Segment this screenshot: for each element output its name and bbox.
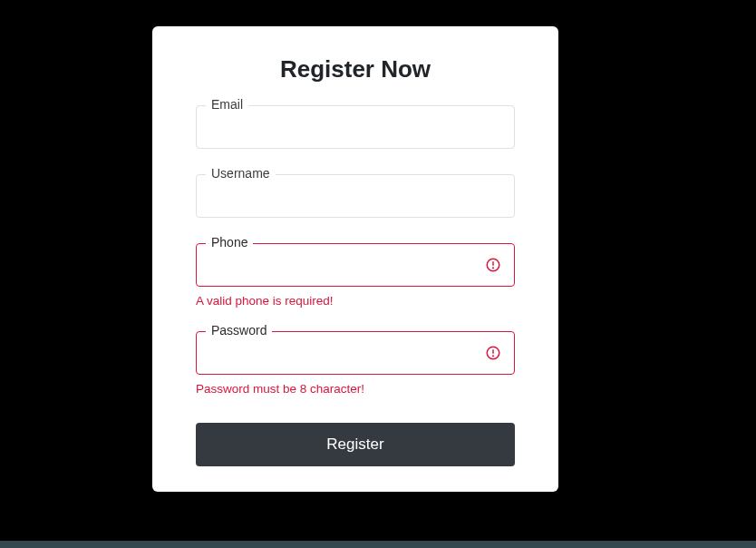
username-label: Username: [206, 166, 276, 181]
phone-error-text: A valid phone is required!: [196, 294, 515, 308]
error-icon: [485, 345, 501, 361]
email-field[interactable]: [197, 106, 514, 148]
svg-point-5: [493, 356, 494, 357]
password-label: Password: [206, 323, 272, 338]
phone-label: Phone: [206, 235, 253, 250]
page-title: Register Now: [196, 55, 515, 83]
phone-field[interactable]: [197, 244, 514, 286]
footer-bar: [0, 541, 756, 548]
svg-point-2: [493, 268, 494, 269]
username-field[interactable]: [197, 175, 514, 217]
phone-field-group: Phone A valid phone is required!: [196, 243, 515, 308]
password-field-wrapper: Password: [196, 331, 515, 375]
email-field-group: Email: [196, 105, 515, 149]
phone-field-wrapper: Phone: [196, 243, 515, 287]
username-field-wrapper: Username: [196, 174, 515, 218]
password-field-group: Password Password must be 8 character!: [196, 331, 515, 396]
email-label: Email: [206, 97, 248, 112]
register-button[interactable]: Register: [196, 423, 515, 466]
email-field-wrapper: Email: [196, 105, 515, 149]
username-field-group: Username: [196, 174, 515, 218]
password-error-text: Password must be 8 character!: [196, 382, 515, 396]
password-field[interactable]: [197, 332, 514, 374]
error-icon: [485, 257, 501, 273]
register-card: Register Now Email Username Phone A vali…: [152, 26, 558, 492]
